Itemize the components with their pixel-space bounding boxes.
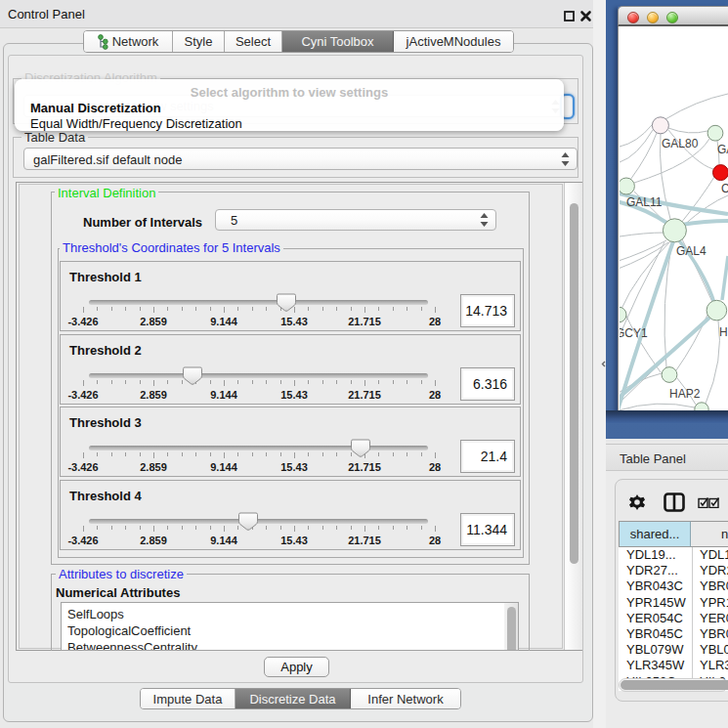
svg-text:C: C <box>721 182 728 195</box>
svg-text:GAL4: GAL4 <box>676 244 707 258</box>
svg-text:GAL80: GAL80 <box>662 137 699 150</box>
svg-text:HAP2: HAP2 <box>669 387 701 401</box>
svg-text:GAL11: GAL11 <box>626 195 663 209</box>
svg-text:GCY1: GCY1 <box>620 326 648 340</box>
svg-text:H: H <box>719 325 728 339</box>
svg-text:GA: GA <box>717 143 728 156</box>
